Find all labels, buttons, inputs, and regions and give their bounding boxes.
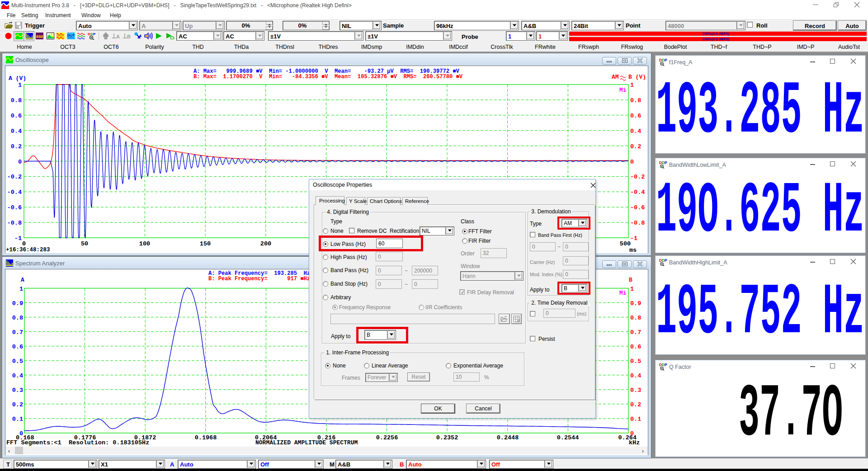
svg-text:kHz: kHz xyxy=(629,439,640,446)
svg-text:NORMALIZED AMPLITUDE SPECTRUM: NORMALIZED AMPLITUDE SPECTRUM xyxy=(255,439,358,446)
svg-text:1: 1 xyxy=(630,286,634,292)
svg-text:0.2: 0.2 xyxy=(630,143,641,150)
svg-text:195.752 Hz: 195.752 Hz xyxy=(656,272,864,354)
svg-text:-0.8: -0.8 xyxy=(630,220,645,226)
svg-text:-0.4: -0.4 xyxy=(7,189,22,196)
svg-text:0.4: 0.4 xyxy=(12,372,23,379)
svg-text:0.2352: 0.2352 xyxy=(436,434,458,441)
svg-text:0: 0 xyxy=(18,159,22,165)
svg-text:-1: -1 xyxy=(14,235,22,242)
svg-text:50: 50 xyxy=(81,240,88,247)
svg-text:0.3: 0.3 xyxy=(12,387,23,394)
svg-text:0.7: 0.7 xyxy=(630,329,641,336)
svg-text:500: 500 xyxy=(620,240,631,247)
svg-text:0.8: 0.8 xyxy=(11,97,22,104)
svg-text:0.5: 0.5 xyxy=(12,358,23,365)
svg-text:0.2544: 0.2544 xyxy=(557,434,579,441)
svg-text:19O.625 Hz: 19O.625 Hz xyxy=(656,171,864,252)
svg-text:0.9: 0.9 xyxy=(12,300,23,307)
svg-text:0.6: 0.6 xyxy=(630,113,641,119)
svg-text:0.2: 0.2 xyxy=(11,143,22,150)
svg-text:Mi: Mi xyxy=(619,290,627,297)
svg-text:1: 1 xyxy=(18,82,22,89)
svg-text:DUT: DUT xyxy=(67,33,75,38)
svg-text:ms: ms xyxy=(629,247,637,253)
svg-text:0.6: 0.6 xyxy=(630,344,641,350)
svg-text:0.2: 0.2 xyxy=(630,401,641,408)
svg-text:Mi: Mi xyxy=(619,87,627,94)
svg-text:A (V): A (V) xyxy=(9,75,26,82)
svg-text:0: 0 xyxy=(22,240,26,247)
svg-text:0.1: 0.1 xyxy=(630,416,641,423)
svg-text:1: 1 xyxy=(19,286,23,292)
svg-text:0.3: 0.3 xyxy=(630,387,641,394)
svg-text:888: 888 xyxy=(36,34,43,39)
svg-text:B: B xyxy=(127,34,131,39)
svg-text:B: Peak Frequency= 917 ■H: B: Peak Frequency= 917 ■Hz xyxy=(208,276,310,282)
svg-text:FFT Segments:<1: FFT Segments:<1 xyxy=(6,439,61,446)
svg-text:-0.4: -0.4 xyxy=(630,189,645,196)
svg-text:Resolution: 0.183105Hz: Resolution: 0.183105Hz xyxy=(69,439,149,446)
svg-text:0.7: 0.7 xyxy=(12,329,23,336)
svg-text:0.5: 0.5 xyxy=(630,358,641,365)
svg-text:+16:36:48:283: +16:36:48:283 xyxy=(6,247,50,253)
svg-text:0.2256: 0.2256 xyxy=(376,434,398,441)
svg-text:-0.6: -0.6 xyxy=(630,204,645,211)
svg-text:0.8: 0.8 xyxy=(630,315,641,321)
svg-text:B (V): B (V) xyxy=(628,74,646,80)
svg-text:B: Max= 1.1700270 V Min=: B: Max= 1.1700270 V Min= -84.3356 ■V Mea… xyxy=(193,74,463,80)
svg-text:0.1: 0.1 xyxy=(12,416,23,423)
svg-text:1: 1 xyxy=(630,82,634,89)
svg-text:0.9: 0.9 xyxy=(630,300,641,307)
svg-text:P: P xyxy=(93,32,96,36)
svg-text:0.4: 0.4 xyxy=(630,372,641,379)
svg-text:200: 200 xyxy=(260,240,271,247)
svg-text:0.4: 0.4 xyxy=(630,128,641,135)
svg-text:100: 100 xyxy=(139,240,150,247)
svg-text:150: 150 xyxy=(200,240,211,247)
svg-text:-0.2: -0.2 xyxy=(630,174,645,180)
svg-text:B: B xyxy=(629,277,632,283)
svg-text:37.7O: 37.7O xyxy=(739,372,843,457)
svg-text:0.2: 0.2 xyxy=(12,401,23,408)
svg-text:-0.6: -0.6 xyxy=(7,204,22,211)
svg-text:-1: -1 xyxy=(630,235,637,242)
svg-text:AM: AM xyxy=(612,74,619,80)
svg-text:-0.8: -0.8 xyxy=(7,220,22,226)
svg-text:A: A xyxy=(21,277,24,283)
svg-text:0.6: 0.6 xyxy=(11,113,22,119)
svg-text:0.6: 0.6 xyxy=(12,344,23,350)
svg-text:0.8: 0.8 xyxy=(12,315,23,321)
svg-text:0.4: 0.4 xyxy=(11,128,22,135)
svg-text:-0.2: -0.2 xyxy=(7,174,22,180)
svg-text:193.285 Hz: 193.285 Hz xyxy=(656,69,864,154)
svg-text:0.1968: 0.1968 xyxy=(195,434,217,441)
svg-text:0: 0 xyxy=(630,159,634,165)
svg-text:0.8: 0.8 xyxy=(630,97,641,104)
svg-text:0.2448: 0.2448 xyxy=(497,434,519,441)
svg-text:A: A xyxy=(116,34,120,39)
